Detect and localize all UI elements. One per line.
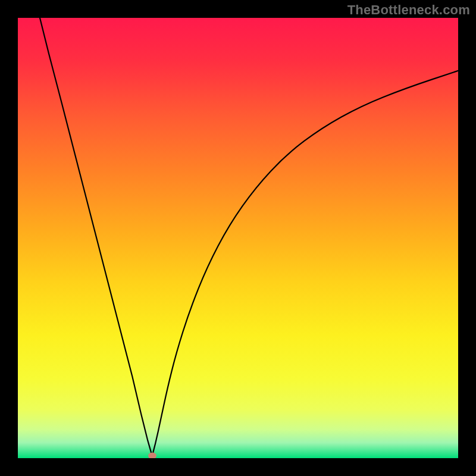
chart-frame: TheBottleneck.com bbox=[0, 0, 476, 476]
bottleneck-curve bbox=[40, 18, 458, 456]
minimum-marker bbox=[148, 453, 156, 458]
plot-area bbox=[18, 18, 458, 458]
watermark: TheBottleneck.com bbox=[347, 2, 470, 18]
curve-layer bbox=[18, 18, 458, 458]
